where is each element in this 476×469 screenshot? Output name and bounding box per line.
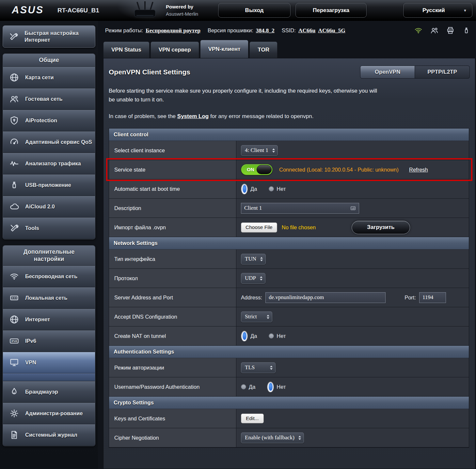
protocol-select[interactable]: UDP — [241, 273, 265, 284]
radio-selected-icon — [241, 331, 248, 341]
ssid-24g-link[interactable]: AC66u — [298, 27, 316, 34]
dns-config-select[interactable]: Strict — [241, 311, 272, 322]
refresh-link[interactable]: Refresh — [409, 167, 428, 173]
upload-button[interactable]: Загрузить — [352, 221, 410, 234]
client-instance-select[interactable]: 4: Client 1 — [241, 145, 278, 156]
file-status-text: No file chosen — [282, 224, 316, 231]
system-log-link[interactable]: System Log — [177, 113, 209, 119]
sidebar-item-firewall[interactable]: Брандмауэр — [3, 381, 95, 403]
tab-vpn-status[interactable]: VPN Status — [103, 41, 150, 58]
radio-no-label: Нет — [277, 384, 286, 390]
vpn-client-panel: OpenVPN Client Settings OpenVPN PPTP/L2T… — [103, 58, 475, 469]
sidebar-item-system-log[interactable]: Системный журнал — [3, 424, 95, 446]
ovpn-import-row: Импорт файла .ovpn Choose File No file c… — [109, 218, 469, 237]
autostart-no-radio[interactable]: Нет — [269, 186, 286, 192]
sidebar-item-guest-network[interactable]: Гостевая сеть — [3, 88, 95, 110]
status-icons — [414, 26, 473, 35]
operation-mode-link[interactable]: Беспроводной роутер — [146, 27, 200, 34]
cipher-negotiation-label: Cipher Negotiation — [109, 428, 236, 447]
cipher-negotiation-select[interactable]: Enable (with fallback) — [241, 432, 304, 443]
service-state-toggle[interactable]: ON — [241, 164, 273, 175]
printer-icon[interactable] — [446, 26, 455, 35]
autostart-row: Automatic start at boot time Да Нет — [109, 179, 469, 199]
auth-mode-label: Режим авторизации — [109, 358, 236, 377]
gear-icon — [7, 406, 21, 421]
sidebar-group-advanced: Дополнительные настройки Беспроводная се… — [3, 245, 95, 446]
select-arrows-icon — [267, 315, 269, 319]
sidebar-section-advanced: Дополнительные настройки — [3, 246, 95, 266]
ssid-5g-link[interactable]: AC66u_5G — [318, 27, 345, 34]
sidebar-item-lan[interactable]: Локальная сеть — [3, 287, 95, 309]
sidebar-item-traffic-analyzer[interactable]: Анализатор трафика — [3, 153, 95, 174]
service-state-label: Service state — [109, 160, 236, 179]
quick-setup-label: Быстрая настройка Интернет — [24, 30, 79, 44]
tab-vpn-server[interactable]: VPN сервер — [151, 41, 199, 58]
auth-mode-row: Режим авторизации TLS — [109, 358, 469, 377]
server-address-input[interactable] — [265, 292, 386, 303]
sidebar-item-label: USB-приложение — [25, 182, 71, 189]
sidebar-item-ipv6[interactable]: IPv6 — [3, 330, 95, 352]
language-select[interactable]: Русский ▼ — [403, 3, 472, 18]
userpass-no-radio[interactable]: Нет — [267, 382, 286, 392]
sidebar-item-aicloud[interactable]: AiCloud 2.0 — [3, 196, 95, 218]
userpass-yes-radio[interactable]: Да — [241, 384, 255, 390]
sidebar-item-label: Карта сети — [25, 74, 54, 81]
tab-tor[interactable]: TOR — [249, 41, 278, 58]
address-label: Address: — [241, 295, 262, 301]
topbar: ASUS RT-AC66U_B1 Powered by Asuswrt-Merl… — [0, 0, 476, 21]
sidebar-item-qos[interactable]: Адаптивный сервис QoS — [3, 131, 95, 153]
status-infobar: Режим работы: Беспроводной роутер Версия… — [103, 21, 475, 40]
tab-vpn-client[interactable]: VPN-клиент — [200, 40, 249, 58]
firmware-version-link[interactable]: 384.8_2 — [256, 27, 275, 34]
usb-device-icon[interactable] — [462, 26, 471, 35]
nat-no-radio[interactable]: Нет — [269, 333, 286, 339]
quick-setup-line1: Быстрая настройка — [24, 30, 79, 36]
sidebar-quick-setup[interactable]: Быстрая настройка Интернет — [3, 25, 95, 48]
section-client-control: Client control — [109, 129, 469, 141]
sidebar-item-network-map[interactable]: Карта сети — [3, 67, 95, 88]
autostart-yes-radio[interactable]: Да — [241, 184, 257, 194]
cipher-negotiation-value: Enable (with fallback) — [245, 434, 294, 441]
radio-unselected-icon — [269, 186, 274, 191]
wifi-icon — [7, 269, 21, 284]
wifi-status-icon[interactable] — [414, 26, 423, 35]
interface-type-select[interactable]: TUN — [241, 254, 266, 265]
sidebar-item-label: Анализатор трафика — [25, 160, 81, 167]
description-input[interactable] — [241, 203, 359, 214]
ipv6-icon — [7, 334, 21, 348]
sidebar-item-tools[interactable]: Tools — [3, 218, 95, 239]
sidebar-item-vpn[interactable]: VPN — [3, 352, 95, 373]
userpass-auth-row: Username/Password Authentication Да Нет — [109, 377, 469, 397]
radio-yes-label: Да — [249, 384, 255, 390]
sidebar-item-wireless[interactable]: Беспроводная сеть — [3, 266, 95, 287]
port-input[interactable] — [419, 292, 446, 303]
main-area: Режим работы: Беспроводной роутер Версия… — [98, 21, 476, 469]
server-address-row: Server Address and Port Address: Port: — [109, 288, 469, 307]
nat-yes-radio[interactable]: Да — [241, 331, 257, 341]
vpn-monitor-icon — [7, 356, 21, 370]
openvpn-type-button[interactable]: OpenVPN — [360, 66, 415, 79]
sidebar-item-usb-app[interactable]: USB-приложение — [3, 174, 95, 196]
edit-keys-button[interactable]: Edit... — [241, 414, 264, 423]
sidebar-item-administration[interactable]: Администри-рование — [3, 403, 95, 424]
choose-file-button[interactable]: Choose File — [241, 222, 277, 233]
vpn-tabs: VPN Status VPN сервер VPN-клиент TOR — [103, 40, 475, 58]
clients-icon[interactable] — [430, 26, 439, 35]
usb-icon — [7, 178, 21, 192]
gauge-icon — [7, 135, 21, 149]
pptp-l2tp-type-button[interactable]: PPTP/L2TP — [415, 66, 470, 79]
dns-config-row: Accept DNS Configuration Strict — [109, 307, 469, 326]
powered-by: Powered by Asuswrt-Merlin — [166, 3, 198, 18]
sidebar-item-label: Администри-рование — [25, 410, 83, 417]
settings-table: Client control Select client instance 4:… — [109, 128, 469, 448]
logout-button[interactable]: Выход — [218, 3, 291, 18]
wrench-icon — [7, 221, 21, 235]
model-name: RT-AC66U_B1 — [57, 7, 99, 14]
reboot-button[interactable]: Перезагрузка — [295, 3, 367, 18]
auth-mode-select[interactable]: TLS — [241, 362, 276, 373]
sidebar-item-aiprotection[interactable]: AiProtection — [3, 110, 95, 131]
sidebar-item-wan[interactable]: Интернет — [3, 309, 95, 330]
input-helper-icon[interactable] — [350, 205, 357, 211]
protocol-label: Протокол — [109, 269, 236, 288]
sidebar-item-label: IPv6 — [25, 338, 36, 344]
